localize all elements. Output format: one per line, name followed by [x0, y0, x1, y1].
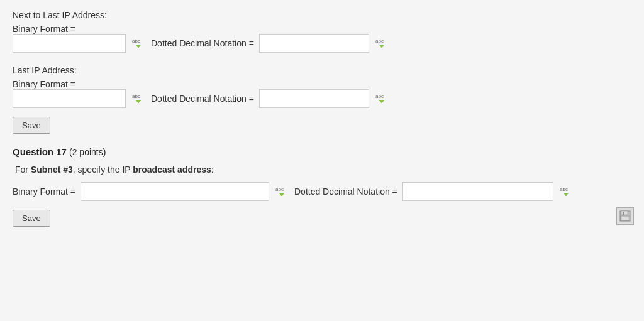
svg-text:abc: abc — [132, 94, 140, 99]
body-prefix: For — [15, 165, 31, 175]
svg-text:abc: abc — [375, 38, 384, 44]
last-binary-input[interactable] — [13, 89, 126, 108]
q17-dotted-input[interactable] — [402, 182, 553, 201]
next-to-last-field-row: abc Dotted Decimal Notation = abc — [13, 34, 631, 53]
svg-text:abc: abc — [560, 187, 568, 192]
svg-text:abc: abc — [132, 38, 140, 44]
question-17-points: (2 points) — [69, 147, 106, 157]
next-to-last-title: Next to Last IP Address: — [13, 10, 631, 20]
svg-text:abc: abc — [275, 187, 284, 192]
broadcast-bold: broadcast address — [133, 165, 211, 175]
save-button-1[interactable]: Save — [13, 117, 50, 134]
svg-rect-7 — [621, 211, 628, 215]
body-middle: , specify the IP — [73, 165, 133, 175]
body-suffix: : — [211, 165, 214, 175]
next-to-last-dotted-input[interactable] — [259, 34, 369, 53]
last-dotted-abc-icon: abc — [374, 91, 389, 106]
svg-text:abc: abc — [375, 94, 384, 99]
last-section: Last IP Address: Binary Format = abc Dot… — [13, 65, 631, 134]
question-17-section: Question 17 (2 points) For Subnet #3, sp… — [13, 146, 631, 227]
next-to-last-dotted-label: Dotted Decimal Notation = — [151, 38, 254, 48]
save-button-2[interactable]: Save — [13, 210, 50, 227]
subnet-bold: Subnet #3 — [31, 165, 73, 175]
question-17-header: Question 17 (2 points) — [13, 146, 631, 157]
last-binary-abc-icon: abc — [131, 91, 146, 106]
q17-dotted-abc-icon: abc — [558, 184, 574, 199]
q17-field-row: Binary Format = abc Dotted Decimal Notat… — [13, 182, 631, 201]
q17-dotted-label: Dotted Decimal Notation = — [294, 187, 397, 197]
q17-binary-label: Binary Format = — [13, 187, 75, 197]
last-field-row: abc Dotted Decimal Notation = abc — [13, 89, 631, 108]
next-to-last-section: Next to Last IP Address: Binary Format =… — [13, 10, 631, 53]
svg-rect-8 — [623, 212, 624, 215]
floppy-disk-icon[interactable] — [616, 207, 634, 225]
next-to-last-binary-label: Binary Format = — [13, 24, 631, 34]
question-17-title: Question 17 — [13, 146, 67, 157]
next-to-last-binary-input[interactable] — [13, 34, 126, 53]
svg-rect-10 — [622, 217, 628, 220]
last-dotted-label: Dotted Decimal Notation = — [151, 94, 254, 104]
q17-binary-abc-icon: abc — [274, 184, 289, 199]
question-17-body: For Subnet #3, specify the IP broadcast … — [13, 165, 631, 175]
next-to-last-binary-abc-icon: abc — [131, 36, 146, 51]
last-binary-label: Binary Format = — [13, 79, 631, 89]
next-to-last-dotted-abc-icon: abc — [374, 36, 389, 51]
last-title: Last IP Address: — [13, 65, 631, 75]
last-dotted-input[interactable] — [259, 89, 369, 108]
q17-binary-input[interactable] — [80, 182, 269, 201]
